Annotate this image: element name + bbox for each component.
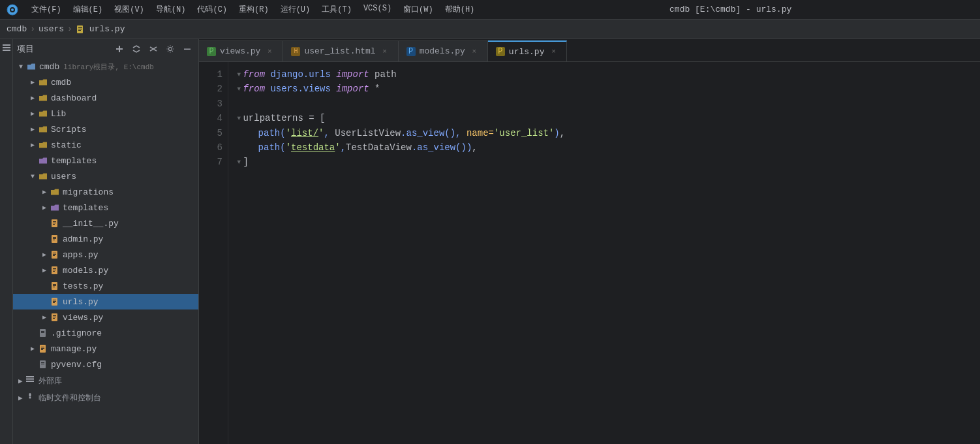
menu-help[interactable]: 帮助(H) [440,3,480,16]
svg-rect-44 [41,332,44,333]
tree-item-pyvenv[interactable]: pyvenv.cfg [13,357,198,372]
tree-item-models[interactable]: ▶ models.py [13,262,198,278]
tab-icon-views: P [207,47,216,56]
svg-rect-29 [53,271,55,272]
svg-rect-51 [41,364,44,364]
menu-run[interactable]: 运行(U) [275,3,316,16]
label-models: models.py [63,266,108,276]
svg-rect-19 [53,237,56,238]
tab-userlist[interactable]: H user_list.html × [283,40,398,61]
folder-icon-dashboard [38,93,48,103]
sidebar-expand-btn[interactable] [129,42,144,56]
fold-arrow-4[interactable]: ▾ [236,113,241,123]
svg-rect-16 [53,223,56,223]
sidebar-toggle-icon[interactable] [1,42,12,53]
label-dashboard: dashboard [51,93,97,103]
title-bar: 文件(F) 编辑(E) 视图(V) 导航(N) 代码(C) 重构(R) 运行(U… [0,0,980,20]
menu-navigate[interactable]: 导航(N) [151,3,191,16]
tree-item-admin[interactable]: admin.py [13,231,198,247]
label-users: users [51,172,76,182]
tab-close-views[interactable]: × [264,46,275,57]
tab-urls[interactable]: P urls.py × [488,40,568,61]
svg-rect-56 [29,393,31,397]
app-icon [7,4,18,16]
breadcrumb-users[interactable]: users [38,24,64,34]
sidebar-minimize-btn[interactable] [180,42,194,56]
svg-rect-9 [3,50,10,51]
arrow-scripts: ▶ [27,124,38,135]
tree-item-static[interactable]: ▶ static [13,137,198,153]
tree-item-cmdb-root[interactable]: ▼ cmdb library根目录, E:\cmdb [13,59,198,74]
svg-rect-40 [53,317,56,317]
folder-icon-templates-top [38,155,48,166]
tree-item-cmdb-inner[interactable]: ▶ cmdb [13,74,198,90]
window-title: cmdb [E:\cmdb] - urls.py [487,5,973,14]
label-tests: tests.py [63,281,103,291]
tree-item-migrations[interactable]: ▶ migrations [13,184,198,200]
tree-item-templates-top[interactable]: templates [13,153,198,168]
fold-arrow-7[interactable]: ▾ [236,157,241,167]
sidebar-collapse-btn[interactable] [146,42,161,56]
arrow-gitignore [27,328,38,338]
svg-rect-54 [26,381,34,382]
arrow-templates-top [27,155,38,166]
menu-tools[interactable]: 工具(T) [316,3,357,16]
breadcrumb-file[interactable]: urls.py [76,24,125,34]
svg-rect-8 [3,47,10,48]
label-templates-users: templates [63,203,108,213]
tree-item-tests[interactable]: tests.py [13,278,198,294]
temp-files-header[interactable]: ▶ 临时文件和控制台 [13,389,198,406]
tree-item-lib[interactable]: ▶ Lib [13,106,198,121]
menu-vcs[interactable]: VCS(S) [358,3,397,16]
tab-icon-userlist: H [291,47,300,56]
tree-item-init[interactable]: __init__.py [13,215,198,231]
svg-rect-15 [53,221,56,222]
tree-item-scripts[interactable]: ▶ Scripts [13,121,198,137]
tab-icon-urls: P [496,47,505,56]
sidebar-settings-btn[interactable] [163,42,177,56]
tab-models[interactable]: P models.py × [399,40,488,61]
tree-item-dashboard[interactable]: ▶ dashboard [13,90,198,106]
svg-rect-43 [41,331,44,332]
sidebar-add-btn[interactable] [112,42,127,56]
tab-close-userlist[interactable]: × [380,46,390,57]
menu-file[interactable]: 文件(F) [26,3,67,16]
tree-item-manage[interactable]: ▶ manage.py [13,341,198,357]
tree-item-gitignore[interactable]: .gitignore [13,325,198,341]
tab-close-models[interactable]: × [469,46,480,57]
arrow-migrations: ▶ [39,187,50,197]
code-editor[interactable]: ▾from django.urls import path ▾from user… [228,62,980,444]
tab-close-urls[interactable]: × [548,46,559,57]
tab-label-urls: urls.py [509,47,545,57]
file-icon-gitignore [38,328,48,338]
code-area[interactable]: 1 2 3 4 5 6 7 ▾from django.urls import p… [199,62,980,444]
tree-item-apps[interactable]: ▶ apps.py [13,247,198,262]
arrow-apps: ▶ [39,249,50,260]
fold-arrow-1[interactable]: ▾ [236,69,241,80]
svg-point-12 [169,48,172,51]
svg-rect-47 [41,348,44,349]
tab-views[interactable]: P views.py × [199,40,283,61]
fold-arrow-2[interactable]: ▾ [236,84,241,94]
arrow-views: ▶ [39,312,50,323]
menu-window[interactable]: 窗口(W) [398,3,438,16]
external-libs-header[interactable]: ▶ 外部库 [13,372,198,389]
arrow-pyvenv [27,359,38,370]
tab-label-views: views.py [220,46,260,56]
tree-item-templates-users[interactable]: ▶ templates [13,200,198,215]
tree-item-views[interactable]: ▶ views.py [13,309,198,325]
breadcrumb-cmdb[interactable]: cmdb [7,24,27,34]
tree-item-users[interactable]: ▼ users [13,168,198,184]
svg-rect-50 [41,362,44,363]
svg-rect-27 [53,268,56,269]
menu-edit[interactable]: 编辑(E) [68,3,108,16]
tree-item-urls[interactable]: urls.py [13,294,198,309]
menu-refactor[interactable]: 重构(R) [234,3,274,16]
folder-icon-static [38,140,48,150]
svg-rect-35 [53,300,56,300]
file-icon-pyvenv [38,359,48,370]
menu-view[interactable]: 视图(V) [109,3,149,16]
menu-code[interactable]: 代码(C) [192,3,232,16]
svg-rect-21 [53,240,55,240]
label-cmdb-inner: cmdb [51,78,71,87]
